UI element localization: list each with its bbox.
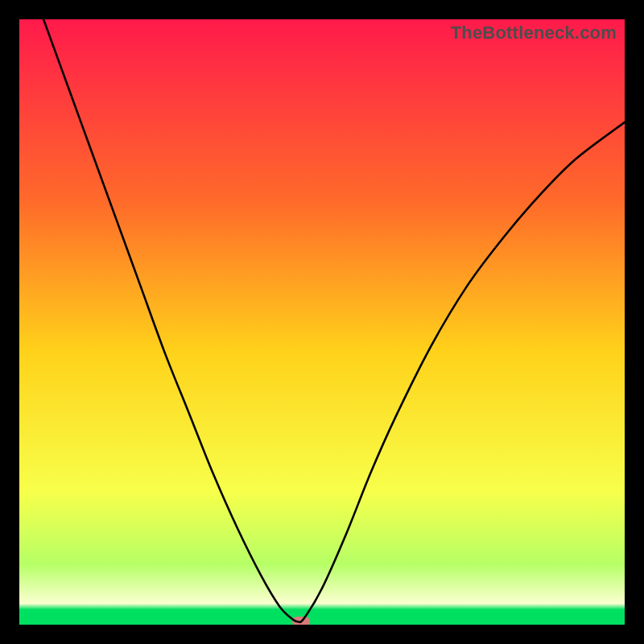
- curve-layer: [19, 19, 625, 625]
- watermark-text: TheBottleneck.com: [451, 23, 617, 43]
- chart-frame: TheBottleneck.com: [0, 0, 644, 644]
- bottleneck-curve: [43, 19, 625, 622]
- plot-area: TheBottleneck.com: [19, 19, 625, 625]
